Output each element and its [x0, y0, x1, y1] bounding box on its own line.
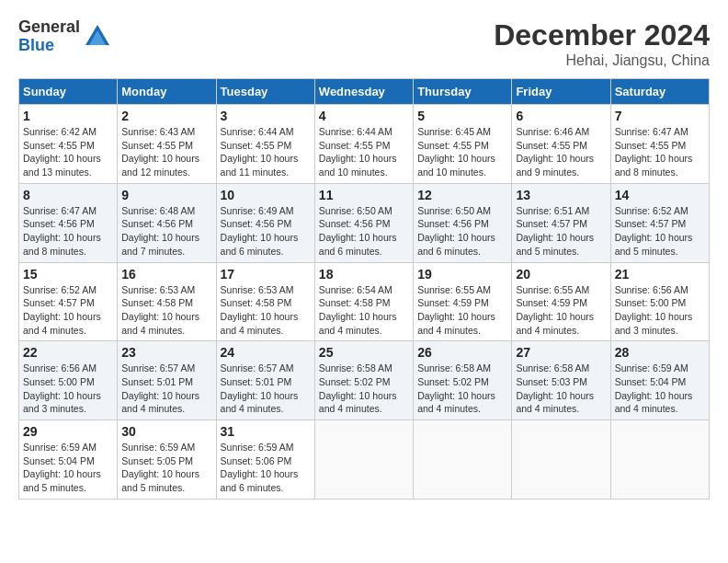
- day-number: 17: [221, 267, 311, 282]
- calendar-cell: 17 Sunrise: 6:53 AM Sunset: 4:58 PM Dayl…: [216, 262, 314, 341]
- day-info: Sunrise: 6:59 AM Sunset: 5:04 PM Dayligh…: [23, 441, 113, 495]
- day-number: 2: [121, 109, 211, 123]
- day-number: 16: [121, 267, 211, 282]
- calendar-cell: 16 Sunrise: 6:53 AM Sunset: 4:58 PM Dayl…: [118, 262, 216, 341]
- logo: General Blue: [18, 18, 111, 55]
- calendar-week-1: 1 Sunrise: 6:42 AM Sunset: 4:55 PM Dayli…: [19, 105, 710, 184]
- calendar-cell: 29 Sunrise: 6:59 AM Sunset: 5:04 PM Dayl…: [19, 420, 118, 500]
- day-number: 7: [615, 109, 705, 123]
- header-sunday: Sunday: [19, 79, 118, 105]
- day-info: Sunrise: 6:56 AM Sunset: 5:00 PM Dayligh…: [23, 362, 113, 416]
- day-info: Sunrise: 6:57 AM Sunset: 5:01 PM Dayligh…: [121, 362, 211, 416]
- header-friday: Friday: [512, 79, 610, 105]
- calendar-cell: 8 Sunrise: 6:47 AM Sunset: 4:56 PM Dayli…: [19, 183, 118, 262]
- calendar-cell: 4 Sunrise: 6:44 AM Sunset: 4:55 PM Dayli…: [314, 105, 413, 184]
- calendar-cell: 2 Sunrise: 6:43 AM Sunset: 4:55 PM Dayli…: [118, 105, 216, 184]
- day-info: Sunrise: 6:42 AM Sunset: 4:55 PM Dayligh…: [23, 125, 113, 179]
- calendar-cell: 3 Sunrise: 6:44 AM Sunset: 4:55 PM Dayli…: [216, 105, 314, 184]
- calendar-cell: 5 Sunrise: 6:45 AM Sunset: 4:55 PM Dayli…: [414, 105, 512, 184]
- page-header: General Blue December 2024 Hehai, Jiangs…: [18, 18, 710, 69]
- day-info: Sunrise: 6:59 AM Sunset: 5:04 PM Dayligh…: [615, 362, 705, 416]
- calendar-cell: 25 Sunrise: 6:58 AM Sunset: 5:02 PM Dayl…: [314, 341, 413, 420]
- day-number: 26: [417, 345, 507, 360]
- day-number: 14: [615, 188, 705, 202]
- calendar-cell: 14 Sunrise: 6:52 AM Sunset: 4:57 PM Dayl…: [610, 183, 709, 262]
- month-title: December 2024: [494, 18, 710, 52]
- day-info: Sunrise: 6:44 AM Sunset: 4:55 PM Dayligh…: [319, 125, 409, 179]
- calendar-cell: 13 Sunrise: 6:51 AM Sunset: 4:57 PM Dayl…: [512, 183, 610, 262]
- day-info: Sunrise: 6:53 AM Sunset: 4:58 PM Dayligh…: [221, 283, 311, 338]
- day-info: Sunrise: 6:52 AM Sunset: 4:57 PM Dayligh…: [23, 283, 113, 338]
- calendar-cell: 12 Sunrise: 6:50 AM Sunset: 4:56 PM Dayl…: [414, 183, 512, 262]
- day-info: Sunrise: 6:53 AM Sunset: 4:58 PM Dayligh…: [121, 283, 211, 338]
- calendar-cell: 31 Sunrise: 6:59 AM Sunset: 5:06 PM Dayl…: [216, 420, 314, 500]
- calendar-cell: 9 Sunrise: 6:48 AM Sunset: 4:56 PM Dayli…: [118, 183, 216, 262]
- day-info: Sunrise: 6:49 AM Sunset: 4:56 PM Dayligh…: [221, 204, 311, 259]
- calendar-cell: 11 Sunrise: 6:50 AM Sunset: 4:56 PM Dayl…: [314, 183, 413, 262]
- calendar-cell: [314, 420, 413, 500]
- header-thursday: Thursday: [414, 79, 512, 105]
- day-info: Sunrise: 6:43 AM Sunset: 4:55 PM Dayligh…: [121, 125, 211, 179]
- calendar-cell: 23 Sunrise: 6:57 AM Sunset: 5:01 PM Dayl…: [118, 341, 216, 420]
- day-number: 12: [417, 188, 507, 202]
- day-number: 13: [516, 188, 606, 202]
- header-tuesday: Tuesday: [216, 79, 314, 105]
- calendar-cell: [610, 420, 709, 500]
- day-info: Sunrise: 6:51 AM Sunset: 4:57 PM Dayligh…: [516, 204, 606, 259]
- calendar-cell: 1 Sunrise: 6:42 AM Sunset: 4:55 PM Dayli…: [19, 105, 118, 184]
- calendar-cell: 24 Sunrise: 6:57 AM Sunset: 5:01 PM Dayl…: [216, 341, 314, 420]
- header-saturday: Saturday: [610, 79, 709, 105]
- day-number: 22: [23, 345, 113, 360]
- day-info: Sunrise: 6:58 AM Sunset: 5:02 PM Dayligh…: [417, 362, 507, 416]
- calendar-cell: 20 Sunrise: 6:55 AM Sunset: 4:59 PM Dayl…: [512, 262, 610, 341]
- day-info: Sunrise: 6:58 AM Sunset: 5:02 PM Dayligh…: [319, 362, 409, 416]
- day-info: Sunrise: 6:46 AM Sunset: 4:55 PM Dayligh…: [516, 125, 606, 179]
- calendar-cell: 7 Sunrise: 6:47 AM Sunset: 4:55 PM Dayli…: [610, 105, 709, 184]
- calendar-cell: 10 Sunrise: 6:49 AM Sunset: 4:56 PM Dayl…: [216, 183, 314, 262]
- header-wednesday: Wednesday: [314, 79, 413, 105]
- day-number: 21: [615, 267, 705, 282]
- calendar-cell: 28 Sunrise: 6:59 AM Sunset: 5:04 PM Dayl…: [610, 341, 709, 420]
- day-number: 24: [221, 345, 311, 360]
- day-number: 25: [319, 345, 409, 360]
- day-info: Sunrise: 6:44 AM Sunset: 4:55 PM Dayligh…: [221, 125, 311, 179]
- calendar-week-5: 29 Sunrise: 6:59 AM Sunset: 5:04 PM Dayl…: [19, 420, 710, 500]
- day-info: Sunrise: 6:48 AM Sunset: 4:56 PM Dayligh…: [121, 204, 211, 259]
- calendar-cell: 15 Sunrise: 6:52 AM Sunset: 4:57 PM Dayl…: [19, 262, 118, 341]
- calendar-cell: [414, 420, 512, 500]
- day-number: 9: [121, 188, 211, 202]
- day-number: 15: [23, 267, 113, 282]
- calendar-header-row: Sunday Monday Tuesday Wednesday Thursday…: [19, 79, 710, 105]
- location: Hehai, Jiangsu, China: [494, 52, 710, 69]
- day-info: Sunrise: 6:52 AM Sunset: 4:57 PM Dayligh…: [615, 204, 705, 259]
- day-info: Sunrise: 6:59 AM Sunset: 5:06 PM Dayligh…: [221, 441, 311, 495]
- calendar-cell: 30 Sunrise: 6:59 AM Sunset: 5:05 PM Dayl…: [118, 420, 216, 500]
- day-info: Sunrise: 6:55 AM Sunset: 4:59 PM Dayligh…: [516, 283, 606, 338]
- calendar-week-3: 15 Sunrise: 6:52 AM Sunset: 4:57 PM Dayl…: [19, 262, 710, 341]
- calendar-cell: 27 Sunrise: 6:58 AM Sunset: 5:03 PM Dayl…: [512, 341, 610, 420]
- calendar-cell: 6 Sunrise: 6:46 AM Sunset: 4:55 PM Dayli…: [512, 105, 610, 184]
- day-info: Sunrise: 6:54 AM Sunset: 4:58 PM Dayligh…: [319, 283, 409, 338]
- day-info: Sunrise: 6:55 AM Sunset: 4:59 PM Dayligh…: [417, 283, 507, 338]
- day-number: 8: [23, 188, 113, 202]
- title-section: December 2024 Hehai, Jiangsu, China: [494, 18, 710, 69]
- day-number: 30: [121, 424, 211, 439]
- day-info: Sunrise: 6:56 AM Sunset: 5:00 PM Dayligh…: [615, 283, 705, 338]
- day-number: 3: [221, 109, 311, 123]
- calendar-week-4: 22 Sunrise: 6:56 AM Sunset: 5:00 PM Dayl…: [19, 341, 710, 420]
- day-info: Sunrise: 6:50 AM Sunset: 4:56 PM Dayligh…: [319, 204, 409, 259]
- day-info: Sunrise: 6:47 AM Sunset: 4:56 PM Dayligh…: [23, 204, 113, 259]
- calendar-table: Sunday Monday Tuesday Wednesday Thursday…: [18, 78, 710, 500]
- day-number: 20: [516, 267, 606, 282]
- calendar-cell: 26 Sunrise: 6:58 AM Sunset: 5:02 PM Dayl…: [414, 341, 512, 420]
- day-info: Sunrise: 6:47 AM Sunset: 4:55 PM Dayligh…: [615, 125, 705, 179]
- day-info: Sunrise: 6:45 AM Sunset: 4:55 PM Dayligh…: [417, 125, 507, 179]
- day-number: 31: [221, 424, 311, 439]
- day-number: 29: [23, 424, 113, 439]
- day-number: 18: [319, 267, 409, 282]
- day-number: 27: [516, 345, 606, 360]
- header-monday: Monday: [118, 79, 216, 105]
- logo-icon: [84, 23, 111, 51]
- calendar-cell: 19 Sunrise: 6:55 AM Sunset: 4:59 PM Dayl…: [414, 262, 512, 341]
- calendar-week-2: 8 Sunrise: 6:47 AM Sunset: 4:56 PM Dayli…: [19, 183, 710, 262]
